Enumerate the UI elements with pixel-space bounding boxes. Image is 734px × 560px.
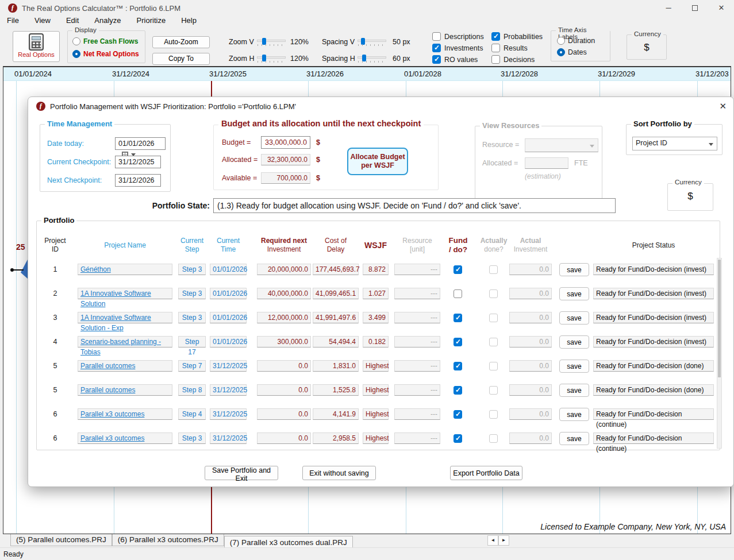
current-time-link[interactable]: 31/12/2025 bbox=[210, 408, 247, 420]
next-checkpoint-field[interactable]: 31/12/2026 bbox=[115, 174, 161, 187]
save-button[interactable]: save bbox=[559, 432, 589, 445]
zoom-v-slider[interactable] bbox=[257, 40, 286, 42]
portfolio-state-field[interactable]: (1.3) Ready for budget allocation using … bbox=[213, 198, 616, 213]
radio-icon[interactable] bbox=[72, 50, 80, 58]
save-button[interactable]: save bbox=[559, 408, 589, 421]
sort-dropdown[interactable]: Project ID bbox=[632, 137, 717, 150]
checkbox-descriptions[interactable]: Descriptions bbox=[432, 32, 484, 41]
maximize-button[interactable] bbox=[685, 1, 705, 15]
project-name-link[interactable]: Parallel outcomes bbox=[78, 360, 172, 372]
radio-net-real-options[interactable]: Net Real Options bbox=[72, 50, 139, 58]
allocate-budget-button[interactable]: Allocate Budget per WSJF bbox=[347, 148, 408, 175]
checkbox-results[interactable]: Results bbox=[491, 44, 528, 52]
checkbox-icon[interactable] bbox=[432, 44, 441, 52]
file-tab[interactable]: (6) Parallel x3 outcomes.PRJ bbox=[112, 534, 224, 546]
fund-checkbox[interactable] bbox=[454, 338, 462, 346]
current-step-link[interactable]: Step 8 bbox=[178, 384, 206, 396]
current-checkpoint-field[interactable]: 31/12/2025 bbox=[115, 156, 161, 168]
menu-help[interactable]: Help bbox=[181, 16, 197, 28]
date-today-field[interactable]: 01/01/2026 bbox=[115, 137, 166, 150]
current-time-link[interactable]: 01/01/2026 bbox=[210, 264, 247, 275]
radio-free-cash-flows[interactable]: Free Cash Flows bbox=[72, 37, 138, 45]
scrollbar-thumb[interactable] bbox=[718, 260, 721, 377]
checkbox-probabilities[interactable]: Probabilities bbox=[491, 32, 543, 41]
save-button[interactable]: save bbox=[559, 360, 589, 373]
dialog-close-icon[interactable]: ✕ bbox=[719, 101, 727, 111]
save-portfolio-exit-button[interactable]: Save Portfolio and Exit bbox=[205, 466, 278, 480]
radio-icon[interactable] bbox=[557, 48, 565, 56]
fund-checkbox[interactable] bbox=[454, 289, 462, 298]
checkbox-icon[interactable] bbox=[432, 32, 441, 41]
fund-checkbox[interactable] bbox=[454, 362, 462, 370]
radio-dates[interactable]: Dates bbox=[557, 48, 587, 56]
exit-without-saving-button[interactable]: Exit without saving bbox=[302, 466, 376, 480]
current-step-link[interactable]: Step 17 bbox=[178, 336, 206, 347]
tab-scroll-right-icon[interactable]: ► bbox=[498, 535, 509, 546]
export-portfolio-data-button[interactable]: Export Portfolio Data bbox=[450, 466, 522, 480]
budget-field[interactable]: 33,000,000.0 bbox=[261, 136, 310, 149]
fund-checkbox[interactable] bbox=[454, 386, 462, 395]
required-investment-field[interactable]: 0.0 bbox=[257, 360, 311, 372]
current-step-link[interactable]: Step 7 bbox=[178, 360, 206, 372]
required-investment-field[interactable]: 12,000,000.0 bbox=[257, 312, 311, 323]
required-investment-field[interactable]: 300,000.0 bbox=[257, 336, 311, 347]
project-name-link[interactable]: Scenario-based planning - Tobias bbox=[78, 336, 172, 347]
checkbox-icon[interactable] bbox=[491, 32, 500, 41]
project-name-link[interactable]: Parallel x3 outcomes bbox=[78, 432, 172, 444]
save-button[interactable]: save bbox=[559, 263, 589, 276]
radio-icon[interactable] bbox=[557, 37, 565, 45]
file-tab[interactable]: (5) Parallel outcomes.PRJ bbox=[10, 534, 112, 546]
real-options-button[interactable]: Real Options bbox=[13, 31, 60, 62]
project-name-link[interactable]: Parallel outcomes bbox=[78, 384, 172, 396]
menu-analyze[interactable]: Analyze bbox=[94, 16, 121, 28]
copy-to-clipboard-button[interactable]: Copy To Clipboard bbox=[152, 53, 210, 65]
menu-prioritize[interactable]: Prioritize bbox=[137, 16, 166, 28]
tab-scroll-left-icon[interactable]: ◄ bbox=[487, 535, 498, 546]
current-step-link[interactable]: Step 3 bbox=[178, 312, 206, 323]
checkbox-decisions[interactable]: Decisions bbox=[491, 55, 535, 64]
table-scrollbar[interactable] bbox=[717, 258, 722, 449]
fund-checkbox[interactable] bbox=[454, 314, 462, 322]
spacing-h-slider[interactable] bbox=[358, 56, 386, 59]
save-button[interactable]: save bbox=[559, 384, 589, 397]
required-investment-field[interactable]: 40,000,000.0 bbox=[257, 288, 311, 299]
close-button[interactable]: ✕ bbox=[712, 1, 731, 15]
current-time-link[interactable]: 01/01/2026 bbox=[210, 336, 247, 347]
project-name-link[interactable]: 1A Innovative Software Solution - Exp bbox=[78, 312, 172, 323]
save-button[interactable]: save bbox=[559, 335, 589, 349]
menu-view[interactable]: View bbox=[34, 16, 51, 28]
checkbox-icon[interactable] bbox=[432, 55, 441, 64]
chevron-down-icon[interactable] bbox=[709, 143, 713, 146]
required-investment-field[interactable]: 20,000,000.0 bbox=[257, 264, 311, 275]
spacing-v-slider[interactable] bbox=[358, 40, 386, 42]
required-investment-field[interactable]: 0.0 bbox=[257, 432, 311, 444]
minimize-button[interactable]: ─ bbox=[659, 1, 678, 15]
current-time-link[interactable]: 01/01/2026 bbox=[210, 312, 247, 323]
current-time-link[interactable]: 31/12/2025 bbox=[210, 384, 247, 396]
radio-icon[interactable] bbox=[72, 37, 80, 45]
current-step-link[interactable]: Step 4 bbox=[178, 408, 206, 420]
save-button[interactable]: save bbox=[559, 311, 589, 325]
fund-checkbox[interactable] bbox=[454, 265, 462, 274]
project-name-link[interactable]: Généthon bbox=[78, 264, 172, 275]
zoom-h-slider[interactable] bbox=[257, 56, 286, 59]
current-time-link[interactable]: 01/01/2026 bbox=[210, 288, 247, 299]
checkbox-investments[interactable]: Investments bbox=[432, 44, 483, 52]
radio-duration[interactable]: Duration bbox=[557, 37, 595, 45]
project-name-link[interactable]: 1A Innovative Software Solution bbox=[78, 288, 172, 299]
current-time-link[interactable]: 31/12/2025 bbox=[210, 360, 247, 372]
current-time-link[interactable]: 31/12/2025 bbox=[210, 432, 247, 444]
current-step-link[interactable]: Step 3 bbox=[178, 264, 206, 275]
required-investment-field[interactable]: 0.0 bbox=[257, 384, 311, 396]
required-investment-field[interactable]: 0.0 bbox=[257, 408, 311, 420]
auto-zoom-button[interactable]: Auto-Zoom bbox=[152, 36, 210, 48]
project-name-link[interactable]: Parallel x3 outcomes bbox=[78, 408, 172, 420]
current-step-link[interactable]: Step 3 bbox=[178, 432, 206, 444]
save-button[interactable]: save bbox=[559, 287, 589, 300]
menu-edit[interactable]: Edit bbox=[66, 16, 79, 28]
menu-file[interactable]: File bbox=[7, 16, 19, 28]
current-step-link[interactable]: Step 3 bbox=[178, 288, 206, 299]
checkbox-ro-values[interactable]: RO values bbox=[432, 55, 478, 64]
checkbox-icon[interactable] bbox=[491, 44, 500, 52]
fund-checkbox[interactable] bbox=[454, 410, 462, 419]
